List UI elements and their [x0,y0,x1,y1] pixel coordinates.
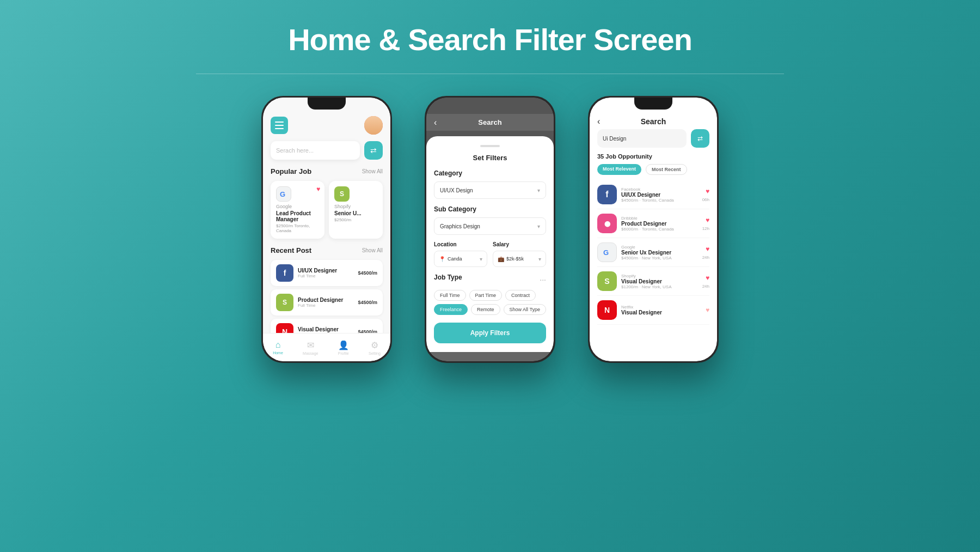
result-item-google[interactable]: G Google Senior Ux Designer $4500/m · Ne… [597,238,709,267]
user-avatar[interactable] [364,116,383,135]
profile-icon: 👤 [338,340,349,350]
more-options-icon[interactable]: ··· [540,275,546,284]
chip-remote[interactable]: Remote [471,304,500,315]
opportunity-count: 35 Job Opportunity [597,153,709,160]
dribbble-heart-icon[interactable]: ♥ [706,216,709,224]
facebook-result-right: ♥ 06h [702,187,709,202]
filter-back-button[interactable]: ‹ [434,118,437,128]
google-heart-icon[interactable]: ♥ [706,245,709,253]
netflix-result-right: ♥ [706,306,709,314]
category-label: Category [434,169,546,177]
recent-item-1[interactable]: S Product Designer Full Time $4500/m [271,289,383,316]
nav-profile[interactable]: 👤 Profile [338,340,349,355]
netflix-heart-icon[interactable]: ♥ [706,306,709,314]
recent-show-all[interactable]: Show All [362,247,383,253]
filter-icon: ⇄ [370,146,377,155]
divider [196,74,784,74]
dribbble-meta: $6000/m · Toronto, Canada [621,227,698,232]
home-filter-button[interactable]: ⇄ [364,141,383,160]
home-search-bar[interactable]: Serach here... [271,141,360,160]
result-item-shopify[interactable]: S Shopify Visual Designer $1200/m · New … [597,267,709,296]
location-col: Location 📍 Canda ▾ [434,241,487,267]
chip-contract[interactable]: Contract [505,290,536,301]
shopify-heart-icon[interactable]: ♥ [706,274,709,282]
setting-nav-label: Setting [369,351,381,355]
nav-massage[interactable]: ✉ Massage [303,340,318,355]
chip-showalltype[interactable]: Show All Type [504,304,546,315]
filter-sheet: Set Filters Category UI/UX Design ▾ Sub … [426,136,554,352]
header: Home & Search Filter Screen [0,0,980,74]
home-nav-label: Home [273,351,283,355]
facebook-heart-icon[interactable]: ♥ [706,187,709,195]
facebook-time: 06h [702,197,709,202]
job-card-shopify[interactable]: S Shopify Senior U... $2500/m [329,181,383,239]
phones-container: Serach here... ⇄ Popular Job Show All G [261,90,719,363]
google-job-title: Lead Product Manager [276,210,319,222]
google-result-logo: G [597,242,617,262]
notch-search [634,98,672,110]
chip-freelance[interactable]: Freelance [434,304,468,315]
recent-sub-1: Full Time [298,303,353,308]
nav-home[interactable]: ⌂ Home [273,340,283,355]
sort-tab-relevent[interactable]: Most Relevent [597,164,641,175]
location-value: Canda [448,256,477,262]
home-screen-content: Serach here... ⇄ Popular Job Show All G [263,98,390,345]
chip-parttime[interactable]: Part Time [469,290,503,301]
home-icon: ⌂ [275,340,281,350]
home-topbar [271,116,383,135]
search-result-bar[interactable]: Ui Design [597,129,687,148]
search-topbar: ‹ Search [590,113,717,129]
subcategory-label: Sub Category [434,205,546,213]
recent-info-0: UI/UX Designer Full Time [298,268,353,278]
massage-nav-label: Massage [303,351,318,355]
search-screen-title: Search [641,117,666,126]
category-arrow-icon: ▾ [537,187,540,193]
netflix-job-title: Visual Designer [621,310,701,316]
location-dropdown[interactable]: 📍 Canda ▾ [434,251,487,267]
chip-fulltime[interactable]: Full Time [434,290,466,301]
job-type-label: Job Type [434,274,462,281]
sort-tab-recent[interactable]: Most Recent [646,164,687,175]
sort-tabs: Most Relevent Most Recent [597,164,709,175]
search-back-button[interactable]: ‹ [597,117,600,126]
location-label: Location [434,241,487,247]
dribbble-company: Dribbble [621,216,698,221]
apply-filters-button[interactable]: Apply Filters [434,323,546,343]
nav-setting[interactable]: ⚙ Setting [369,340,381,355]
recent-post-header: Recent Post Show All [271,246,383,254]
recent-post-title: Recent Post [271,246,311,254]
category-dropdown[interactable]: UI/UX Design ▾ [434,181,546,199]
popular-job-header: Popular Job Show All [271,167,383,175]
result-item-facebook[interactable]: f Facebook UI/UX Designer $4500/m · Toro… [597,180,709,209]
facebook-meta: $4500/m · Toronto, Canada [621,198,698,203]
result-item-netflix[interactable]: N Netflix Visual Designer ♥ [597,296,709,325]
shopify-icon-recent: S [276,294,293,311]
job-card-google[interactable]: G Google Lead Product Manager $2500/m To… [271,181,324,239]
shopify-job-title: Visual Designer [621,278,698,284]
recent-item-0[interactable]: f UI/UX Designer Full Time $4500/m [271,260,383,286]
google-heart-icon[interactable]: ♥ [316,185,320,193]
setting-icon: ⚙ [371,340,378,350]
shopify-result-info: Shopify Visual Designer $1200/m · New Yo… [621,274,698,289]
subcategory-dropdown[interactable]: Graphics Design ▾ [434,217,546,235]
shopify-meta: $1200/m · New York, USA [621,284,698,289]
popular-show-all[interactable]: Show All [362,168,383,174]
google-result-info: Google Senior Ux Designer $4500/m · New … [621,245,698,260]
result-item-dribbble[interactable]: ⬤ Dribbble Product Designer $6000/m · To… [597,209,709,238]
google-job-title: Senior Ux Designer [621,250,698,256]
notch-filter [471,98,509,110]
drag-handle[interactable] [480,145,500,147]
search-content: Ui Design ⇄ 35 Job Opportunity Most Rele… [590,129,717,325]
search-result-value: Ui Design [603,136,626,142]
phone-search: ‹ Search Ui Design ⇄ 35 Job Opportunity [588,96,719,363]
avatar-face [364,116,383,135]
search-filter-button[interactable]: ⇄ [691,129,709,148]
shopify-salary: $2500/m [334,217,377,222]
menu-button[interactable] [271,117,288,134]
facebook-company: Facebook [621,187,698,192]
google-result-right: ♥ 24h [702,245,709,260]
phone-home-screen: Serach here... ⇄ Popular Job Show All G [263,98,390,361]
facebook-result-info: Facebook UI/UX Designer $4500/m · Toront… [621,187,698,203]
job-type-chips: Full Time Part Time Contract Freelance R… [434,290,546,315]
salary-dropdown[interactable]: 💼 $2k-$5k ▾ [493,251,546,267]
